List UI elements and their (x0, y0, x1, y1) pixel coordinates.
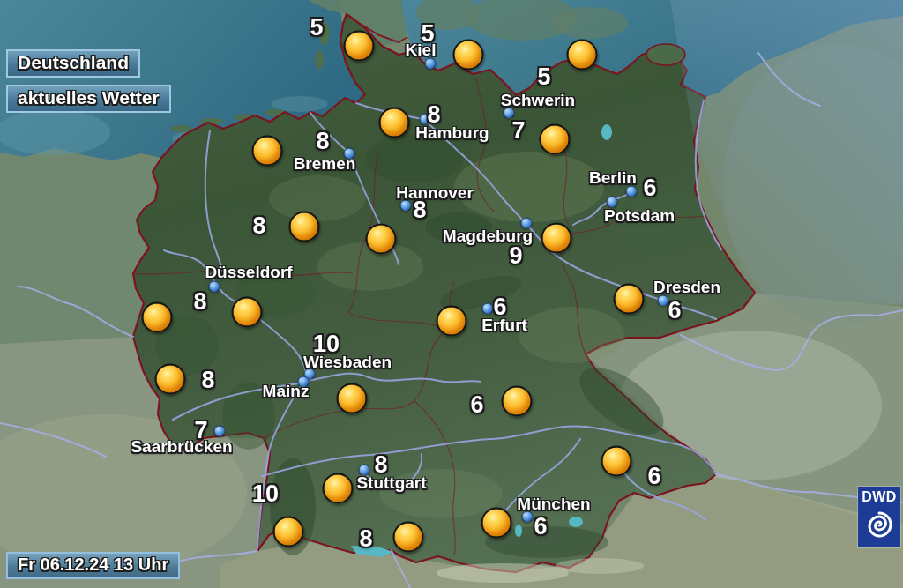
city-dot (209, 281, 220, 293)
sun-icon (323, 473, 354, 504)
temperature-value: 8 (413, 197, 426, 224)
temperature-value: 6 (668, 297, 681, 324)
sun-icon (437, 306, 467, 337)
temperature-value: 7 (194, 417, 207, 444)
sun-icon (481, 508, 512, 539)
temperature-value: 5 (421, 20, 434, 48)
temperature-value: 6 (470, 391, 483, 419)
sun-icon (601, 446, 632, 477)
temperature-value: 6 (643, 175, 656, 202)
sun-icon (344, 31, 375, 62)
sun-icon (502, 386, 533, 417)
dwd-spiral-icon (863, 507, 895, 542)
sun-icon (366, 224, 397, 255)
city-label: München (517, 495, 590, 514)
city-dot (214, 426, 226, 437)
sun-icon (337, 383, 368, 414)
temperature-value: 10 (252, 480, 279, 508)
sun-icon (614, 284, 645, 315)
map-title: Deutschland (6, 49, 140, 78)
sun-icon (540, 124, 571, 155)
sun-icon (289, 212, 320, 242)
temperature-value: 8 (427, 101, 440, 129)
temperature-value: 8 (252, 212, 265, 240)
city-label: Hannover (396, 183, 474, 203)
city-label: Stuttgart (356, 473, 426, 493)
city-label: Mainz (263, 382, 310, 401)
weather-map: KielSchwerinHamburgBremenBerlinPotsdamHa… (0, 0, 903, 588)
sun-icon (252, 136, 283, 167)
city-label: Schwerin (501, 91, 575, 110)
city-label: Saarbrücken (131, 437, 232, 457)
sun-icon (155, 364, 186, 395)
temperature-value: 8 (374, 451, 387, 479)
sun-icon (142, 302, 173, 333)
timestamp-label: Fr 06.12.24 13 Uhr (6, 552, 180, 579)
dwd-logo: DWD (858, 487, 900, 547)
sun-icon (379, 108, 410, 138)
temperature-value: 8 (201, 367, 214, 394)
city-label: Potsdam (604, 206, 675, 226)
city-label: Bremen (294, 154, 356, 174)
city-label: Düsseldorf (205, 263, 292, 282)
sun-icon (393, 522, 424, 553)
temperature-value: 6 (534, 513, 547, 540)
sun-icon (273, 517, 304, 547)
temperature-value: 8 (193, 288, 206, 316)
sun-icon (541, 223, 572, 254)
city-dot (482, 303, 494, 315)
temperature-value: 9 (509, 242, 522, 270)
city-label: Dresden (653, 278, 720, 297)
temperature-value: 5 (310, 14, 323, 41)
dwd-logo-text: DWD (862, 490, 897, 504)
temperature-value: 6 (493, 294, 506, 321)
temperature-value: 8 (316, 128, 329, 155)
map-subtitle: aktuelles Wetter (6, 85, 171, 113)
temperature-value: 6 (647, 463, 660, 490)
temperature-value: 10 (313, 331, 340, 358)
sun-icon (453, 40, 484, 71)
sun-icon (567, 40, 598, 71)
temperature-value: 7 (511, 117, 525, 145)
temperature-value: 5 (537, 63, 550, 91)
city-label: Berlin (589, 168, 637, 188)
sun-icon (232, 297, 263, 328)
temperature-value: 8 (359, 525, 372, 553)
